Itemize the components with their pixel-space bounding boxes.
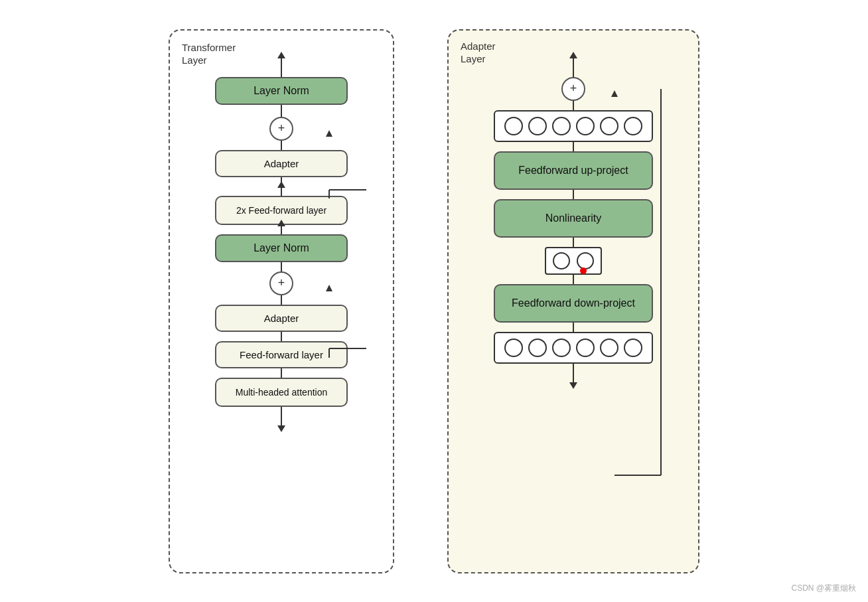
plus-top: + [269, 117, 293, 141]
small-circle-2 [577, 252, 594, 269]
circle-node-1 [504, 117, 523, 135]
arrow-to-ff [281, 187, 282, 196]
vline1 [281, 105, 282, 117]
right-inner: + Feedforward up-project Nonlinearity [469, 57, 678, 384]
right-diagram: Adapter Layer + [447, 29, 699, 573]
circle-node-3 [552, 117, 571, 135]
layer-norm-top: Layer Norm [215, 77, 348, 105]
right-bypass: + Feedforward up-project Nonlinearity [469, 77, 678, 384]
adapter-mid: Adapter [215, 305, 348, 332]
attention: Multi-headed attention [215, 378, 348, 407]
rvline3 [573, 190, 574, 199]
vline2 [281, 141, 282, 150]
circle-node-2 [528, 117, 547, 135]
rvline5 [573, 275, 574, 284]
adapter-top: Adapter [215, 150, 348, 177]
rvline4 [573, 238, 574, 247]
circle-node-6 [624, 117, 642, 135]
left-diagram: Transformer Layer Layer Norm + [169, 29, 394, 573]
adapter-layer-label: Adapter Layer [461, 40, 496, 66]
bottom-arrow [281, 407, 282, 427]
bypass-mid: + Adapter Feed-forward layer [196, 271, 366, 368]
plus-mid: + [269, 271, 293, 295]
layer-norm-mid: Layer Norm [215, 234, 348, 262]
bot-circle-node-2 [528, 339, 547, 357]
vline5 [281, 295, 282, 305]
svg-marker-7 [326, 285, 332, 291]
red-dot [580, 267, 587, 274]
bypass-top: + Adapter 2x Feed-forward layer [196, 117, 366, 225]
bottom-circles-row [494, 332, 653, 364]
rvline6 [573, 323, 574, 332]
svg-marker-3 [326, 130, 332, 137]
plus-right: + [561, 77, 585, 101]
watermark: CSDN @雾重烟秋 [791, 583, 856, 594]
circle-node-4 [576, 117, 595, 135]
vline6 [281, 332, 282, 341]
vline4 [281, 262, 282, 271]
ff-down-project: Feedforward down-project [494, 284, 653, 323]
small-circles-row [545, 247, 602, 275]
arrow-to-layernorm-mid [281, 225, 282, 234]
ff-layer2: Feed-forward layer [215, 341, 348, 368]
circle-node-5 [600, 117, 618, 135]
right-top-arrow [573, 57, 574, 77]
right-bottom-arrow [573, 364, 574, 384]
nonlinearity: Nonlinearity [494, 199, 653, 238]
bot-circle-node-5 [600, 339, 618, 357]
ff-up-project: Feedforward up-project [494, 151, 653, 190]
main-container: Transformer Layer Layer Norm + [0, 16, 868, 587]
rvline1 [573, 101, 574, 110]
vline7 [281, 368, 282, 378]
bot-circle-node-6 [624, 339, 642, 357]
bot-circle-node-4 [576, 339, 595, 357]
left-inner: Layer Norm + Adapter [196, 57, 366, 427]
svg-marker-10 [611, 90, 618, 97]
bot-circle-node-3 [552, 339, 571, 357]
top-circles-row [494, 110, 653, 142]
small-circle-1 [553, 252, 570, 269]
rvline2 [573, 142, 574, 151]
bot-circle-node-1 [504, 339, 523, 357]
transformer-layer-label: Transformer Layer [182, 41, 236, 67]
top-arrow-up [281, 57, 282, 77]
